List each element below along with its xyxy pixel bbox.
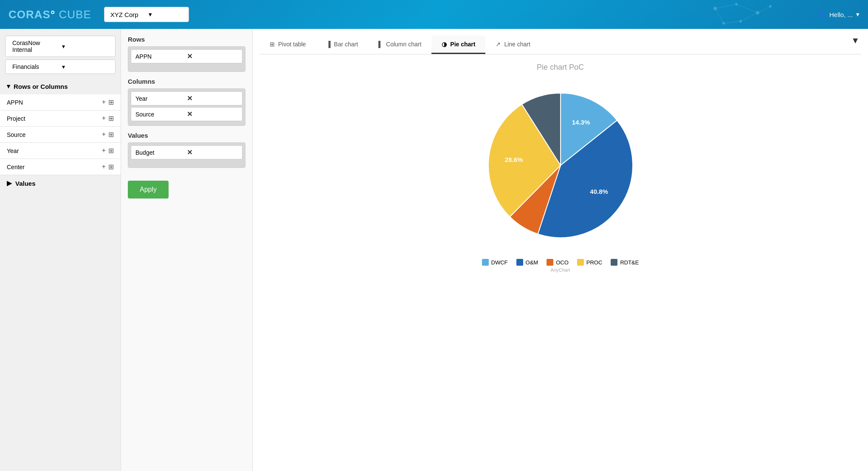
main-container: CorasNow Internal ▾ Financials ▾ ▾ Rows … — [0, 29, 868, 471]
rows-label: Rows — [128, 36, 245, 43]
user-menu[interactable]: 👤 Hello, ... ▾ — [818, 11, 860, 18]
pie-chart-icon: ◑ — [442, 41, 447, 48]
pie-label-dwcf: 14.3% — [572, 119, 590, 126]
legend-color-dwcf — [482, 259, 489, 266]
column-chart-icon: ▌ — [378, 41, 383, 48]
sidebar-item-year: Year + ⊞ — [0, 143, 121, 159]
chart-legend: DWCF O&M OCO PROC RDT&E — [482, 259, 639, 266]
tab-pivot-table[interactable]: ⊞ Pivot table — [259, 36, 316, 54]
svg-line-8 — [741, 13, 758, 21]
rows-columns-toggle[interactable]: ▾ Rows or Columns — [0, 78, 121, 94]
pie-label-o&m: 40.8% — [590, 188, 608, 195]
sidebar-item-center: Center + ⊞ — [0, 159, 121, 175]
appn-grid-icon[interactable]: ⊞ — [108, 98, 114, 106]
year-grid-icon[interactable]: ⊞ — [108, 147, 114, 155]
user-icon: 👤 — [818, 11, 826, 18]
year-actions: + ⊞ — [102, 147, 114, 155]
rows-columns-title: Rows or Columns — [14, 83, 68, 90]
pie-chart-label: Pie chart — [450, 41, 475, 48]
center-add-icon[interactable]: + — [102, 163, 106, 171]
tab-bar-chart[interactable]: ▐ Bar chart — [316, 36, 368, 54]
legend-item-dwcf: DWCF — [482, 259, 508, 266]
columns-item-source-label: Source — [135, 111, 187, 118]
values-section: ▶ Values — [0, 175, 121, 191]
chart-title: Pie chart PoC — [537, 63, 584, 72]
columns-item-year-label: Year — [135, 95, 187, 102]
year-add-icon[interactable]: + — [102, 147, 106, 155]
columns-item-year[interactable]: Year ✕ — [131, 91, 242, 105]
user-label: Hello, ... — [829, 11, 853, 18]
line-chart-icon: ↗ — [496, 41, 501, 48]
anychart-credit: AnyChart — [551, 267, 570, 272]
sidebar-item-project: Project + ⊞ — [0, 111, 121, 127]
company-dropdown[interactable]: XYZ Corp ▾ — [104, 7, 189, 22]
logo: CORAS° CUBE — [8, 8, 91, 21]
sidebar-item-appn-label: APPN — [7, 99, 102, 106]
user-dropdown-arrow-icon: ▾ — [856, 11, 860, 18]
source-grid-icon[interactable]: ⊞ — [108, 131, 114, 139]
network-decoration — [698, 0, 783, 29]
appn-add-icon[interactable]: + — [102, 98, 106, 106]
project-grid-icon[interactable]: ⊞ — [108, 114, 114, 122]
center-grid-icon[interactable]: ⊞ — [108, 163, 114, 171]
corasnow-dropdown[interactable]: CorasNow Internal ▾ — [5, 36, 116, 57]
header: CORAS° CUBE XYZ Corp ▾ 👤 Hello, ... ▾ — [0, 0, 868, 29]
chart-panel: ▼ ⊞ Pivot table ▐ Bar chart ▌ Column cha… — [253, 29, 868, 471]
dropdown-arrow-icon: ▾ — [149, 11, 183, 18]
rows-columns-section: ▾ Rows or Columns APPN + ⊞ Project + ⊞ S… — [0, 78, 121, 175]
company-name: XYZ Corp — [110, 11, 144, 18]
rows-item-appn-remove[interactable]: ✕ — [187, 52, 238, 60]
legend-item-om: O&M — [516, 259, 538, 266]
legend-item-proc: PROC — [577, 259, 603, 266]
financials-dropdown[interactable]: Financials ▾ — [5, 60, 116, 74]
filter-icon[interactable]: ▼ — [851, 36, 860, 45]
logo-cube: CUBE — [59, 8, 91, 21]
line-chart-label: Line chart — [504, 41, 530, 48]
columns-item-year-remove[interactable]: ✕ — [187, 94, 238, 102]
sidebar-item-center-label: Center — [7, 164, 102, 170]
columns-drag-area[interactable]: Year ✕ Source ✕ — [128, 88, 245, 126]
tab-column-chart[interactable]: ▌ Column chart — [368, 36, 431, 54]
pie-label-proc: 28.6% — [504, 156, 523, 163]
columns-item-source-remove[interactable]: ✕ — [187, 110, 238, 118]
corasnow-arrow-icon: ▾ — [62, 43, 108, 50]
values-drag-label: Values — [128, 132, 245, 139]
columns-label: Columns — [128, 78, 245, 85]
tab-line-chart[interactable]: ↗ Line chart — [485, 36, 540, 54]
rows-item-appn-label: APPN — [135, 53, 187, 60]
tab-pie-chart[interactable]: ◑ Pie chart — [431, 36, 485, 54]
apply-button[interactable]: Apply — [128, 181, 169, 199]
legend-color-proc — [577, 259, 584, 266]
columns-drag-section: Columns Year ✕ Source ✕ — [128, 78, 245, 126]
collapse-icon: ▾ — [7, 82, 10, 90]
legend-label-rdte: RDT&E — [620, 259, 639, 266]
values-item-budget[interactable]: Budget ✕ — [131, 145, 242, 159]
financials-arrow-icon: ▾ — [62, 63, 108, 70]
legend-color-rdte — [611, 259, 617, 266]
pivot-table-icon: ⊞ — [270, 41, 275, 48]
legend-item-oco: OCO — [547, 259, 569, 266]
values-toggle-icon: ▶ — [7, 179, 12, 187]
svg-line-7 — [736, 4, 758, 13]
values-item-budget-remove[interactable]: ✕ — [187, 148, 238, 156]
legend-label-oco: OCO — [556, 259, 569, 266]
pivot-table-label: Pivot table — [278, 41, 306, 48]
legend-item-rdte: RDT&E — [611, 259, 639, 266]
center-panel: Rows APPN ✕ Columns Year ✕ Source ✕ — [121, 29, 253, 471]
sidebar-item-year-label: Year — [7, 148, 102, 154]
rows-drag-area[interactable]: APPN ✕ — [128, 46, 245, 72]
rows-item-appn[interactable]: APPN ✕ — [131, 49, 242, 63]
values-drag-section: Values Budget ✕ — [128, 132, 245, 168]
legend-color-om — [516, 259, 523, 266]
sidebar-item-source: Source + ⊞ — [0, 127, 121, 143]
legend-label-dwcf: DWCF — [491, 259, 508, 266]
svg-line-11 — [724, 21, 741, 23]
source-add-icon[interactable]: + — [102, 131, 106, 139]
svg-line-10 — [715, 9, 724, 23]
columns-item-source[interactable]: Source ✕ — [131, 107, 242, 121]
project-add-icon[interactable]: + — [102, 114, 106, 122]
source-actions: + ⊞ — [102, 131, 114, 139]
financials-label: Financials — [12, 63, 59, 70]
values-drag-area[interactable]: Budget ✕ — [128, 142, 245, 168]
values-title: Values — [15, 180, 36, 187]
